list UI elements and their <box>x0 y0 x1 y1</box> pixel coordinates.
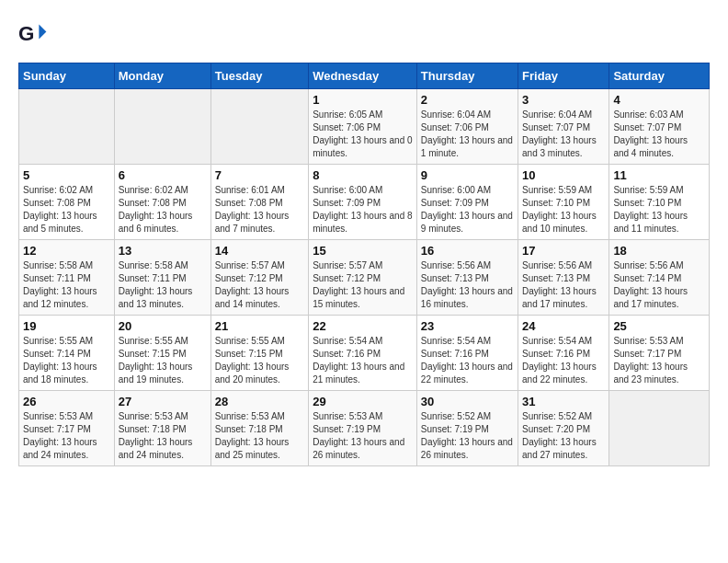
day-cell: 19 Sunrise: 5:55 AM Sunset: 7:14 PM Dayl… <box>19 316 115 391</box>
day-number: 16 <box>421 244 514 258</box>
day-number: 20 <box>119 319 207 333</box>
day-number: 18 <box>613 244 705 258</box>
header-row: SundayMondayTuesdayWednesdayThursdayFrid… <box>19 63 710 89</box>
day-cell: 17 Sunrise: 5:56 AM Sunset: 7:13 PM Dayl… <box>518 240 609 316</box>
day-cell: 25 Sunrise: 5:53 AM Sunset: 7:17 PM Dayl… <box>609 316 710 391</box>
day-number: 3 <box>522 93 605 107</box>
week-row-3: 19 Sunrise: 5:55 AM Sunset: 7:14 PM Dayl… <box>19 316 710 391</box>
calendar-table: SundayMondayTuesdayWednesdayThursdayFrid… <box>18 63 710 466</box>
day-info: Sunrise: 5:53 AM Sunset: 7:17 PM Dayligh… <box>23 410 110 462</box>
day-number: 31 <box>522 395 605 408</box>
day-cell: 29 Sunrise: 5:53 AM Sunset: 7:19 PM Dayl… <box>309 391 417 466</box>
svg-marker-1 <box>39 24 46 39</box>
logo: G <box>18 18 53 48</box>
day-number: 19 <box>23 319 110 333</box>
header-day-sunday: Sunday <box>19 63 115 89</box>
day-number: 12 <box>23 244 110 258</box>
day-number: 5 <box>23 168 110 182</box>
day-number: 2 <box>421 93 514 107</box>
day-info: Sunrise: 6:00 AM Sunset: 7:09 PM Dayligh… <box>421 184 514 236</box>
day-cell: 9 Sunrise: 6:00 AM Sunset: 7:09 PM Dayli… <box>416 165 518 240</box>
day-cell: 21 Sunrise: 5:55 AM Sunset: 7:15 PM Dayl… <box>210 316 308 391</box>
day-number: 14 <box>215 244 304 258</box>
day-number: 1 <box>313 93 413 107</box>
day-number: 8 <box>313 168 413 182</box>
day-info: Sunrise: 6:04 AM Sunset: 7:07 PM Dayligh… <box>522 109 605 160</box>
day-number: 6 <box>119 168 207 182</box>
calendar-header: SundayMondayTuesdayWednesdayThursdayFrid… <box>19 63 710 89</box>
header-day-tuesday: Tuesday <box>210 63 308 89</box>
day-number: 25 <box>613 319 705 333</box>
day-info: Sunrise: 5:59 AM Sunset: 7:10 PM Dayligh… <box>522 184 605 236</box>
day-number: 9 <box>421 168 514 182</box>
day-cell: 8 Sunrise: 6:00 AM Sunset: 7:09 PM Dayli… <box>309 165 417 240</box>
day-info: Sunrise: 6:02 AM Sunset: 7:08 PM Dayligh… <box>23 184 110 236</box>
day-cell: 10 Sunrise: 5:59 AM Sunset: 7:10 PM Dayl… <box>518 165 609 240</box>
week-row-1: 5 Sunrise: 6:02 AM Sunset: 7:08 PM Dayli… <box>19 165 710 240</box>
day-number: 11 <box>613 168 705 182</box>
day-number: 22 <box>313 319 413 333</box>
day-info: Sunrise: 5:53 AM Sunset: 7:18 PM Dayligh… <box>119 410 207 462</box>
header-day-saturday: Saturday <box>609 63 710 89</box>
page-header: G <box>18 18 710 48</box>
day-cell: 31 Sunrise: 5:52 AM Sunset: 7:20 PM Dayl… <box>518 391 609 466</box>
day-cell: 16 Sunrise: 5:56 AM Sunset: 7:13 PM Dayl… <box>416 240 518 316</box>
day-number: 21 <box>215 319 304 333</box>
week-row-2: 12 Sunrise: 5:58 AM Sunset: 7:11 PM Dayl… <box>19 240 710 316</box>
day-cell: 26 Sunrise: 5:53 AM Sunset: 7:17 PM Dayl… <box>19 391 115 466</box>
day-number: 29 <box>313 395 413 408</box>
day-cell: 27 Sunrise: 5:53 AM Sunset: 7:18 PM Dayl… <box>114 391 210 466</box>
day-info: Sunrise: 5:55 AM Sunset: 7:15 PM Dayligh… <box>119 335 207 386</box>
day-cell: 20 Sunrise: 5:55 AM Sunset: 7:15 PM Dayl… <box>114 316 210 391</box>
day-info: Sunrise: 5:54 AM Sunset: 7:16 PM Dayligh… <box>522 335 605 386</box>
day-info: Sunrise: 5:56 AM Sunset: 7:14 PM Dayligh… <box>613 259 705 311</box>
day-number: 10 <box>522 168 605 182</box>
day-info: Sunrise: 5:55 AM Sunset: 7:14 PM Dayligh… <box>23 335 110 386</box>
day-info: Sunrise: 5:58 AM Sunset: 7:11 PM Dayligh… <box>23 259 110 311</box>
day-info: Sunrise: 6:05 AM Sunset: 7:06 PM Dayligh… <box>313 109 413 160</box>
day-cell: 23 Sunrise: 5:54 AM Sunset: 7:16 PM Dayl… <box>416 316 518 391</box>
logo-icon: G <box>18 18 48 48</box>
day-number: 7 <box>215 168 304 182</box>
day-info: Sunrise: 6:03 AM Sunset: 7:07 PM Dayligh… <box>613 109 705 160</box>
day-info: Sunrise: 5:55 AM Sunset: 7:15 PM Dayligh… <box>215 335 304 386</box>
day-info: Sunrise: 5:52 AM Sunset: 7:20 PM Dayligh… <box>522 410 605 462</box>
day-cell <box>114 89 210 165</box>
day-info: Sunrise: 6:00 AM Sunset: 7:09 PM Dayligh… <box>313 184 413 236</box>
header-day-friday: Friday <box>518 63 609 89</box>
day-cell: 2 Sunrise: 6:04 AM Sunset: 7:06 PM Dayli… <box>416 89 518 165</box>
day-info: Sunrise: 6:01 AM Sunset: 7:08 PM Dayligh… <box>215 184 304 236</box>
header-day-monday: Monday <box>114 63 210 89</box>
day-cell: 14 Sunrise: 5:57 AM Sunset: 7:12 PM Dayl… <box>210 240 308 316</box>
day-cell: 1 Sunrise: 6:05 AM Sunset: 7:06 PM Dayli… <box>309 89 417 165</box>
day-info: Sunrise: 5:53 AM Sunset: 7:18 PM Dayligh… <box>215 410 304 462</box>
day-info: Sunrise: 5:56 AM Sunset: 7:13 PM Dayligh… <box>522 259 605 311</box>
week-row-0: 1 Sunrise: 6:05 AM Sunset: 7:06 PM Dayli… <box>19 89 710 165</box>
day-info: Sunrise: 5:52 AM Sunset: 7:19 PM Dayligh… <box>421 410 514 462</box>
day-cell <box>609 391 710 466</box>
day-number: 26 <box>23 395 110 408</box>
day-number: 24 <box>522 319 605 333</box>
day-info: Sunrise: 5:58 AM Sunset: 7:11 PM Dayligh… <box>119 259 207 311</box>
header-day-thursday: Thursday <box>416 63 518 89</box>
day-cell: 13 Sunrise: 5:58 AM Sunset: 7:11 PM Dayl… <box>114 240 210 316</box>
week-row-4: 26 Sunrise: 5:53 AM Sunset: 7:17 PM Dayl… <box>19 391 710 466</box>
day-info: Sunrise: 5:56 AM Sunset: 7:13 PM Dayligh… <box>421 259 514 311</box>
day-number: 27 <box>119 395 207 408</box>
day-cell: 22 Sunrise: 5:54 AM Sunset: 7:16 PM Dayl… <box>309 316 417 391</box>
day-cell: 12 Sunrise: 5:58 AM Sunset: 7:11 PM Dayl… <box>19 240 115 316</box>
day-info: Sunrise: 5:59 AM Sunset: 7:10 PM Dayligh… <box>613 184 705 236</box>
day-info: Sunrise: 5:53 AM Sunset: 7:19 PM Dayligh… <box>313 410 413 462</box>
day-cell <box>210 89 308 165</box>
day-cell <box>19 89 115 165</box>
day-cell: 7 Sunrise: 6:01 AM Sunset: 7:08 PM Dayli… <box>210 165 308 240</box>
day-number: 15 <box>313 244 413 258</box>
day-info: Sunrise: 6:02 AM Sunset: 7:08 PM Dayligh… <box>119 184 207 236</box>
day-cell: 4 Sunrise: 6:03 AM Sunset: 7:07 PM Dayli… <box>609 89 710 165</box>
day-info: Sunrise: 5:54 AM Sunset: 7:16 PM Dayligh… <box>313 335 413 386</box>
day-info: Sunrise: 5:53 AM Sunset: 7:17 PM Dayligh… <box>613 335 705 386</box>
day-cell: 5 Sunrise: 6:02 AM Sunset: 7:08 PM Dayli… <box>19 165 115 240</box>
day-number: 30 <box>421 395 514 408</box>
day-number: 4 <box>613 93 705 107</box>
day-cell: 6 Sunrise: 6:02 AM Sunset: 7:08 PM Dayli… <box>114 165 210 240</box>
